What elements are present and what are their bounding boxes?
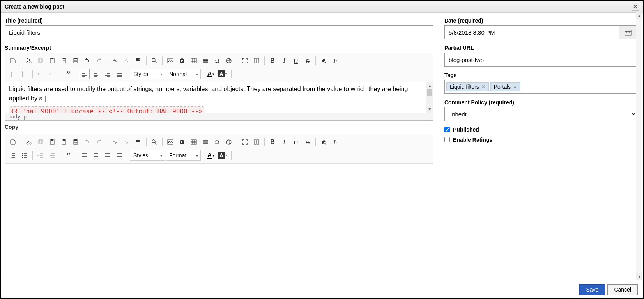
blockquote-icon[interactable]: ”	[63, 69, 74, 79]
blockquote-icon[interactable]: ”	[63, 150, 74, 161]
aligncenter-icon[interactable]	[90, 150, 101, 161]
styles-dropdown[interactable]: Styles	[130, 150, 165, 161]
close-icon[interactable]: ✕	[632, 3, 639, 11]
paste-icon[interactable]	[47, 137, 58, 148]
redo-icon[interactable]	[94, 137, 104, 148]
italic-icon[interactable]: I	[279, 55, 290, 66]
numberlist-icon[interactable]: 123	[7, 150, 18, 161]
hr-icon[interactable]	[200, 55, 211, 66]
hr-icon[interactable]	[200, 137, 211, 148]
paint-icon[interactable]	[318, 55, 329, 66]
cancel-button[interactable]: Cancel	[607, 284, 638, 295]
tag-remove-icon[interactable]: ✕	[513, 84, 517, 90]
calendar-button[interactable]	[619, 25, 637, 39]
maximize-icon[interactable]	[239, 55, 250, 66]
italic-icon[interactable]: I	[279, 137, 290, 148]
table-icon[interactable]	[188, 55, 199, 66]
scroll-down-icon[interactable]: ▼	[426, 106, 433, 113]
scroll-up-icon[interactable]: ▲	[636, 12, 642, 19]
outdent-icon[interactable]	[35, 150, 46, 161]
textcolor-button[interactable]: A▾	[206, 69, 216, 79]
image-icon[interactable]	[165, 55, 176, 66]
paste-text-icon[interactable]: T	[58, 55, 69, 66]
summary-status[interactable]: body p	[5, 113, 433, 120]
unlink-icon[interactable]	[121, 137, 132, 148]
link-icon[interactable]	[110, 137, 120, 148]
tag-chip[interactable]: Portals✕	[490, 82, 521, 91]
iframe-icon[interactable]	[223, 137, 234, 148]
iframe-icon[interactable]	[223, 55, 234, 66]
specialchar-icon[interactable]: Ω	[212, 137, 223, 148]
showblocks-icon[interactable]	[251, 55, 262, 66]
title-input[interactable]	[5, 25, 433, 39]
format-dropdown[interactable]: Normal	[166, 69, 201, 79]
removeformat-icon[interactable]: Ix	[330, 137, 341, 148]
indent-icon[interactable]	[47, 150, 58, 161]
justify-icon[interactable]	[114, 69, 125, 79]
source-icon[interactable]	[7, 137, 18, 148]
anchor-flag-icon[interactable]	[133, 55, 144, 66]
paste-word-icon[interactable]: W	[70, 137, 81, 148]
dialog-scrollbar[interactable]: ▲ ▼	[636, 12, 642, 280]
copy-icon[interactable]	[35, 55, 46, 66]
policy-select[interactable]: Inherit	[444, 107, 637, 121]
cut-icon[interactable]	[23, 55, 34, 66]
summary-scrollbar[interactable]: ▲ ▼	[426, 82, 433, 113]
scroll-thumb[interactable]	[427, 89, 432, 96]
paste-icon[interactable]	[47, 55, 58, 66]
alignright-icon[interactable]	[102, 69, 113, 79]
redo-icon[interactable]	[94, 55, 104, 66]
undo-icon[interactable]	[82, 137, 93, 148]
copy-content[interactable]	[5, 164, 433, 273]
paste-text-icon[interactable]: T	[58, 137, 69, 148]
removeformat-icon[interactable]: Ix	[330, 55, 341, 66]
strike-icon[interactable]: S	[302, 55, 313, 66]
url-input[interactable]	[444, 53, 637, 67]
bgcolor-button[interactable]: A▾	[217, 69, 229, 79]
copy-icon[interactable]	[35, 137, 46, 148]
specialchar-icon[interactable]: Ω	[212, 55, 223, 66]
tag-chip[interactable]: Liquid filters✕	[446, 82, 489, 91]
source-icon[interactable]	[7, 55, 18, 66]
anchor-flag-icon[interactable]	[133, 137, 144, 148]
undo-icon[interactable]	[82, 55, 93, 66]
paste-word-icon[interactable]: W	[70, 55, 81, 66]
unlink-icon[interactable]	[121, 55, 132, 66]
date-input[interactable]	[444, 25, 619, 39]
underline-icon[interactable]: U	[290, 137, 301, 148]
styles-dropdown[interactable]: Styles	[130, 69, 165, 79]
outdent-icon[interactable]	[35, 69, 46, 79]
cut-icon[interactable]	[23, 137, 34, 148]
save-button[interactable]: Save	[579, 284, 605, 295]
embed-icon[interactable]	[177, 55, 188, 66]
bulletlist-icon[interactable]	[19, 150, 30, 161]
bold-icon[interactable]: B	[267, 137, 278, 148]
bold-icon[interactable]: B	[267, 55, 278, 66]
scroll-up-icon[interactable]: ▲	[426, 82, 433, 89]
strike-icon[interactable]: S	[302, 137, 313, 148]
paint-icon[interactable]	[318, 137, 329, 148]
aligncenter-icon[interactable]	[90, 69, 101, 79]
embed-icon[interactable]	[177, 137, 188, 148]
alignleft-icon[interactable]	[79, 69, 90, 79]
format-dropdown[interactable]: Format	[166, 150, 201, 161]
numberlist-icon[interactable]: 123	[7, 69, 18, 79]
find-icon[interactable]	[149, 55, 160, 66]
showblocks-icon[interactable]	[251, 137, 262, 148]
link-icon[interactable]	[110, 55, 120, 66]
image-icon[interactable]	[165, 137, 176, 148]
indent-icon[interactable]	[47, 69, 58, 79]
underline-icon[interactable]: U	[290, 55, 301, 66]
justify-icon[interactable]	[114, 150, 125, 161]
ratings-checkbox[interactable]	[444, 137, 450, 142]
alignright-icon[interactable]	[102, 150, 113, 161]
scroll-down-icon[interactable]: ▼	[636, 273, 642, 280]
bgcolor-button[interactable]: A▾	[217, 150, 229, 161]
maximize-icon[interactable]	[239, 137, 250, 148]
textcolor-button[interactable]: A▾	[206, 150, 216, 161]
summary-content[interactable]: Liquid filters are used to modify the ou…	[5, 82, 433, 113]
alignleft-icon[interactable]	[79, 150, 90, 161]
tag-remove-icon[interactable]: ✕	[481, 84, 485, 90]
find-icon[interactable]	[149, 137, 160, 148]
published-checkbox[interactable]	[444, 127, 450, 132]
